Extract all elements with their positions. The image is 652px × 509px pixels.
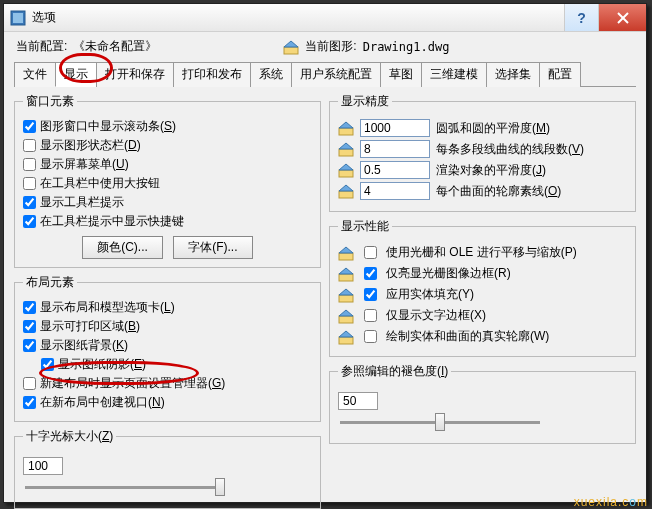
tab-6[interactable]: 草图 <box>380 62 422 87</box>
tab-9[interactable]: 配置 <box>539 62 581 87</box>
precision-input[interactable] <box>360 140 430 158</box>
svg-marker-9 <box>339 143 353 149</box>
layout-element-checkbox[interactable] <box>23 301 36 314</box>
precision-input[interactable] <box>360 182 430 200</box>
layout-element-label: 显示图纸阴影(E) <box>58 356 146 373</box>
group-legend: 窗口元素 <box>23 93 77 110</box>
precision-input[interactable] <box>360 119 430 137</box>
precision-label: 每条多段线曲线的线段数(V) <box>436 141 584 158</box>
svg-marker-5 <box>284 41 298 47</box>
tab-5[interactable]: 用户系统配置 <box>291 62 381 87</box>
window-element-checkbox[interactable] <box>23 177 36 190</box>
current-drawing-value: Drawing1.dwg <box>363 40 450 54</box>
window-element-row: 图形窗口中显示滚动条(S) <box>23 118 312 135</box>
layout-element-row: 在新布局中创建视口(N) <box>23 394 312 411</box>
window-element-row: 显示图形状态栏(D) <box>23 137 312 154</box>
layout-element-checkbox[interactable] <box>23 320 36 333</box>
window-element-row: 在工具栏提示中显示快捷键 <box>23 213 312 230</box>
tab-4[interactable]: 系统 <box>250 62 292 87</box>
crosshair-value[interactable]: 100 <box>23 457 63 475</box>
svg-rect-14 <box>339 253 353 260</box>
performance-checkbox[interactable] <box>364 267 377 280</box>
fonts-button[interactable]: 字体(F)... <box>173 236 253 259</box>
window-buttons: ? <box>564 4 646 31</box>
group-legend: 显示精度 <box>338 93 392 110</box>
svg-marker-21 <box>339 310 353 316</box>
config-row: 当前配置: 《未命名配置》 当前图形: Drawing1.dwg <box>14 36 636 59</box>
layout-element-checkbox[interactable] <box>41 358 54 371</box>
window-element-checkbox[interactable] <box>23 215 36 228</box>
window-title: 选项 <box>32 9 564 26</box>
window-element-row: 显示屏幕菜单(U) <box>23 156 312 173</box>
svg-rect-20 <box>339 316 353 323</box>
drawing-icon <box>338 245 354 261</box>
performance-checkbox[interactable] <box>364 246 377 259</box>
close-button[interactable] <box>598 4 646 31</box>
tab-2[interactable]: 打开和保存 <box>96 62 174 87</box>
fade-value[interactable]: 50 <box>338 392 378 410</box>
performance-row: 绘制实体和曲面的真实轮廓(W) <box>338 327 627 346</box>
dialog-content: 当前配置: 《未命名配置》 当前图形: Drawing1.dwg 文件显示打开和… <box>4 32 646 509</box>
current-drawing-label: 当前图形: <box>305 38 356 55</box>
svg-rect-18 <box>339 295 353 302</box>
svg-rect-6 <box>339 128 353 135</box>
crosshair-slider[interactable] <box>25 477 225 497</box>
colors-button[interactable]: 颜色(C)... <box>82 236 163 259</box>
svg-marker-11 <box>339 164 353 170</box>
performance-label: 应用实体填充(Y) <box>386 286 474 303</box>
crosshair-group: 十字光标大小(Z) 100 <box>14 428 321 509</box>
group-legend: 十字光标大小(Z) <box>23 428 116 445</box>
window-element-row: 显示工具栏提示 <box>23 194 312 211</box>
precision-row: 圆弧和圆的平滑度(M) <box>338 119 627 137</box>
drawing-icon <box>338 287 354 303</box>
window-element-label: 在工具栏中使用大按钮 <box>40 175 160 192</box>
drawing-icon <box>338 266 354 282</box>
tab-3[interactable]: 打印和发布 <box>173 62 251 87</box>
svg-marker-19 <box>339 289 353 295</box>
performance-label: 仅显示文字边框(X) <box>386 307 486 324</box>
titlebar: 选项 ? <box>4 4 646 32</box>
svg-marker-23 <box>339 331 353 337</box>
performance-row: 仅显示文字边框(X) <box>338 306 627 325</box>
tab-0[interactable]: 文件 <box>14 62 56 87</box>
window-element-checkbox[interactable] <box>23 196 36 209</box>
tab-8[interactable]: 选择集 <box>486 62 540 87</box>
precision-row: 每条多段线曲线的线段数(V) <box>338 140 627 158</box>
performance-checkbox[interactable] <box>364 330 377 343</box>
layout-element-row: 显示图纸背景(K) <box>23 337 312 354</box>
layout-element-checkbox[interactable] <box>23 396 36 409</box>
tab-1[interactable]: 显示 <box>55 62 97 87</box>
layout-element-row: 显示布局和模型选项卡(L) <box>23 299 312 316</box>
layout-element-row: 显示图纸阴影(E) <box>41 356 312 373</box>
window-element-checkbox[interactable] <box>23 158 36 171</box>
precision-input[interactable] <box>360 161 430 179</box>
layout-element-label: 新建布局时显示页面设置管理器(G) <box>40 375 225 392</box>
fade-slider[interactable] <box>340 412 540 432</box>
help-button[interactable]: ? <box>564 4 598 31</box>
drawing-icon <box>338 141 354 157</box>
window-element-checkbox[interactable] <box>23 120 36 133</box>
window-element-checkbox[interactable] <box>23 139 36 152</box>
options-dialog: 选项 ? 当前配置: 《未命名配置》 当前图形: Drawing1.dwg 文件… <box>3 3 647 503</box>
performance-checkbox[interactable] <box>364 309 377 322</box>
svg-rect-10 <box>339 170 353 177</box>
tab-7[interactable]: 三维建模 <box>421 62 487 87</box>
layout-element-label: 显示可打印区域(B) <box>40 318 140 335</box>
layout-element-label: 显示布局和模型选项卡(L) <box>40 299 175 316</box>
layout-element-checkbox[interactable] <box>23 339 36 352</box>
svg-marker-17 <box>339 268 353 274</box>
precision-row: 每个曲面的轮廓素线(O) <box>338 182 627 200</box>
layout-element-label: 显示图纸背景(K) <box>40 337 128 354</box>
group-legend: 显示性能 <box>338 218 392 235</box>
group-legend: 布局元素 <box>23 274 77 291</box>
svg-rect-16 <box>339 274 353 281</box>
performance-checkbox[interactable] <box>364 288 377 301</box>
window-element-row: 在工具栏中使用大按钮 <box>23 175 312 192</box>
close-icon <box>617 12 629 24</box>
performance-label: 绘制实体和曲面的真实轮廓(W) <box>386 328 549 345</box>
svg-rect-12 <box>339 191 353 198</box>
watermark: xuexila.com <box>574 493 648 509</box>
layout-element-checkbox[interactable] <box>23 377 36 390</box>
display-precision-group: 显示精度 圆弧和圆的平滑度(M)每条多段线曲线的线段数(V)渲染对象的平滑度(J… <box>329 93 636 212</box>
window-element-label: 显示屏幕菜单(U) <box>40 156 129 173</box>
